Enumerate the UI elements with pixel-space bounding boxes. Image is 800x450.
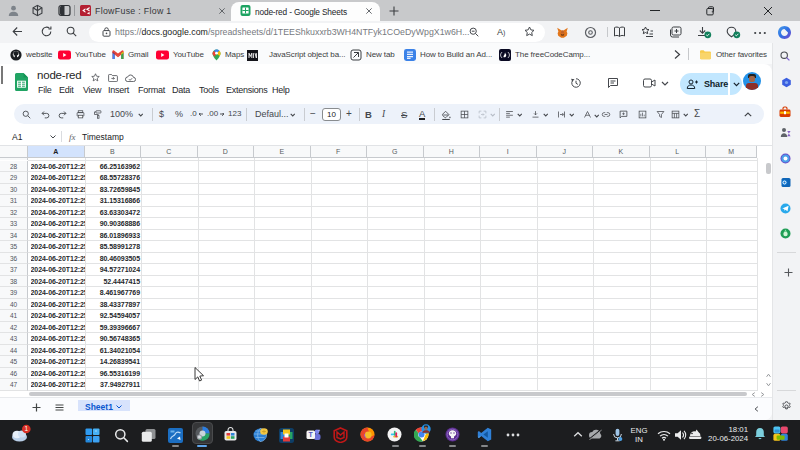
svg-text:T: T <box>309 431 314 438</box>
svg-text:1: 1 <box>24 425 28 432</box>
